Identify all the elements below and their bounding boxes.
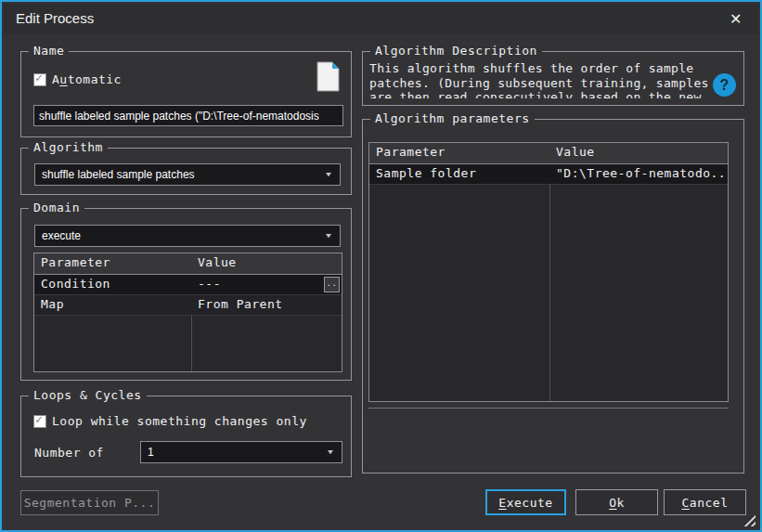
- header-value[interactable]: Value: [549, 143, 729, 163]
- condition-browse-button[interactable]: ..: [324, 277, 340, 292]
- number-of-label: Number of: [34, 446, 104, 460]
- header-value[interactable]: Value: [191, 253, 342, 274]
- parameter-cell[interactable]: Map: [34, 295, 191, 315]
- domain-select[interactable]: execute ▼: [34, 225, 341, 247]
- process-name-input[interactable]: [33, 105, 343, 126]
- algorithm-select[interactable]: shuffle labeled sample patches ▼: [34, 163, 341, 186]
- horizontal-scrollbar[interactable]: [368, 408, 729, 409]
- value-cell[interactable]: "D:\Tree-of-nematodo...: [549, 164, 729, 184]
- check-icon: ✓: [35, 71, 43, 84]
- algorithm-parameters-group: Algorithm parameters Parameter Value Sam…: [362, 119, 744, 474]
- window-title: Edit Process: [16, 10, 94, 26]
- parameters-group-label: Algorithm parameters: [370, 111, 535, 125]
- algorithm-group: Algorithm shuffle labeled sample patches…: [20, 148, 352, 195]
- number-of-select[interactable]: 1 ▼: [140, 441, 342, 463]
- chevron-down-icon: ▼: [326, 171, 332, 178]
- algorithm-group-label: Algorithm: [29, 140, 108, 154]
- domain-group: Domain execute ▼ Parameter Value Conditi…: [20, 208, 352, 381]
- table-row-sample-folder[interactable]: Sample folder "D:\Tree-of-nematodo...: [369, 164, 728, 185]
- table-row-condition[interactable]: Condition --- ..: [34, 275, 342, 295]
- chevron-down-icon: ▼: [328, 448, 334, 456]
- name-group-label: Name: [29, 44, 69, 58]
- value-cell[interactable]: From Parent: [191, 295, 342, 315]
- domain-selected-value: execute: [42, 229, 81, 242]
- header-parameter[interactable]: Parameter: [34, 253, 191, 274]
- close-icon[interactable]: ✕: [725, 8, 747, 31]
- execute-button[interactable]: Execute: [485, 489, 566, 515]
- loop-while-label: Loop while something changes only: [52, 414, 307, 428]
- number-of-value: 1: [148, 446, 154, 459]
- loops-group-label: Loops & Cycles: [29, 388, 147, 402]
- description-group-label: Algorithm Description: [370, 44, 542, 58]
- parameter-cell[interactable]: Sample folder: [369, 164, 549, 184]
- check-icon: ✓: [35, 412, 43, 426]
- algorithm-description-text: This algorithm shuffles the order of sam…: [369, 61, 735, 98]
- ok-button[interactable]: Ok: [575, 489, 658, 515]
- loop-while-checkbox[interactable]: ✓: [33, 415, 46, 428]
- automatic-checkbox[interactable]: ✓: [33, 73, 46, 86]
- loops-cycles-group: Loops & Cycles ✓ Loop while something ch…: [20, 396, 352, 477]
- domain-parameter-table: Parameter Value Condition --- .. Map Fro…: [33, 253, 342, 372]
- algorithm-description-group: Algorithm Description This algorithm shu…: [362, 51, 744, 106]
- automatic-label: Automatic: [52, 72, 122, 86]
- chevron-down-icon: ▼: [326, 232, 332, 240]
- algorithm-selected-value: shuffle labeled sample patches: [42, 168, 195, 181]
- header-parameter[interactable]: Parameter: [369, 143, 549, 163]
- new-document-icon[interactable]: [316, 61, 341, 92]
- table-row-map[interactable]: Map From Parent: [34, 295, 342, 316]
- title-bar[interactable]: Edit Process ✕: [4, 4, 758, 33]
- help-icon[interactable]: ?: [713, 73, 736, 97]
- table-header-row[interactable]: Parameter Value: [34, 253, 342, 275]
- cancel-button[interactable]: Cancel: [664, 489, 746, 515]
- table-header-row[interactable]: Parameter Value: [369, 143, 728, 164]
- segmentation-parameters-button[interactable]: Segmentation P...: [20, 490, 159, 515]
- value-cell[interactable]: ---: [191, 275, 321, 294]
- name-group: Name ✓ Automatic: [20, 51, 352, 137]
- parameter-cell[interactable]: Condition: [34, 275, 191, 294]
- edit-process-dialog: Edit Process ✕ Name ✓ Automatic Algorith…: [0, 0, 762, 532]
- domain-group-label: Domain: [29, 201, 84, 214]
- parameters-table: Parameter Value Sample folder "D:\Tree-o…: [368, 142, 729, 402]
